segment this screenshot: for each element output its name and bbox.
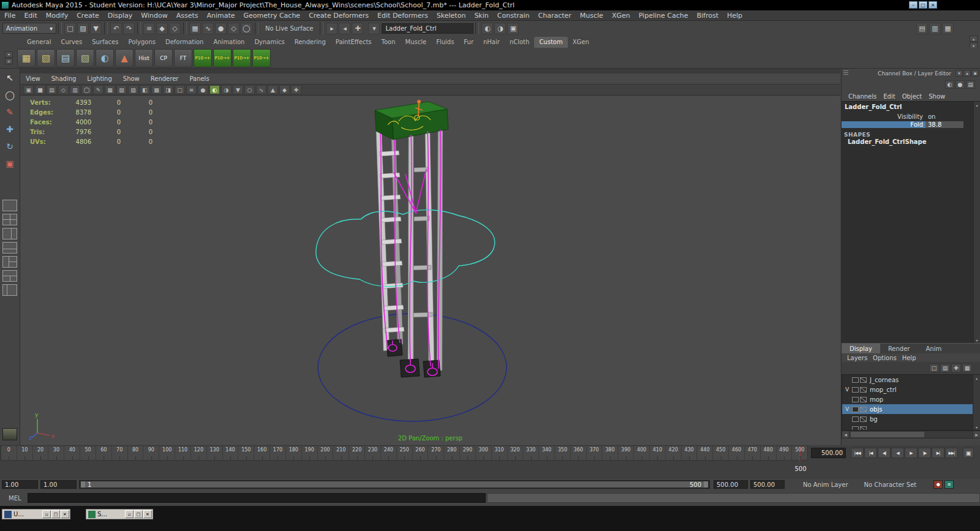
hyperbolic-icon[interactable]: ● [956,80,965,89]
close-button[interactable]: ✕ [143,510,152,518]
shelf-tab-ncloth[interactable]: nCloth [505,37,534,48]
shelf-poly-plane-icon[interactable]: ▦ [17,49,36,67]
image-plane-icon[interactable]: ▥ [70,85,80,94]
panel-drag-handle[interactable] [843,70,848,76]
auto-keyframe-button[interactable]: ● [933,480,943,489]
layer-editor-tab-anim[interactable]: Anim [918,344,949,353]
construction-history-icon[interactable]: ✚ [352,23,363,34]
shelf-scroll-up-icon[interactable]: ▴ [970,36,978,42]
menu-xgen[interactable]: XGen [608,10,635,21]
lock-camera-icon[interactable]: ■ [35,85,45,94]
select-component-icon[interactable]: ◇ [169,23,181,34]
menu-pipeline-cache[interactable]: Pipeline Cache [635,10,693,21]
shelf-tab-fur[interactable]: Fur [459,37,478,48]
shelf-ft-button[interactable]: FT [174,49,192,67]
menu-character[interactable]: Character [534,10,576,21]
layer-stack-icon[interactable]: ▤ [940,364,950,372]
scroll-down-icon[interactable]: ▾ [974,337,980,343]
layer-type-box[interactable] [852,416,859,422]
shelf-custom-script-button-2[interactable]: P10→+ [213,49,232,67]
multisample-icon[interactable]: ▲ [268,85,278,94]
selection-curve[interactable] [316,210,495,287]
layer-color-swatch[interactable] [860,426,867,431]
layer-row-bg[interactable]: bg [842,414,980,424]
menu-edit-deformers[interactable]: Edit Deformers [373,10,432,21]
menu-assets[interactable]: Assets [172,10,203,21]
layout-three-b-button[interactable] [2,270,17,282]
shelf-mesh-icon[interactable]: ▨ [76,49,94,67]
viewport-menu-renderer[interactable]: Renderer [145,75,184,82]
minimize-button[interactable]: – [909,1,918,9]
current-time-field[interactable]: 500.00 [811,448,846,458]
layer-editor-menu-layers[interactable]: Layers [847,355,867,361]
shelf-tab-animation[interactable]: Animation [208,37,249,48]
grease-pencil-icon[interactable]: ✎ [93,85,104,94]
scale-tool[interactable]: ▣ [2,156,18,171]
layer-color-swatch[interactable] [860,387,867,393]
bookmarks-icon[interactable]: ◇ [58,85,69,94]
shelf-tab-muscle[interactable]: Muscle [401,37,432,48]
gate-mask-icon[interactable]: ◧ [140,85,150,94]
shelf-cp-button[interactable]: CP [154,49,173,67]
channel-value[interactable]: on [925,113,963,120]
panel-menu-icon[interactable]: ▾ [956,70,963,77]
film-gate-icon[interactable]: ▧ [116,85,127,94]
select-hierarchy-icon[interactable]: ≡ [143,23,155,34]
shelf-tab-fluids[interactable]: Fluids [431,37,459,48]
command-line-input[interactable] [28,493,486,503]
channel-box-menu-edit[interactable]: Edit [883,93,895,100]
shelf-smooth-icon[interactable]: ◐ [96,49,114,67]
layout-single-button[interactable] [2,200,17,211]
maximize-button[interactable]: □ [134,510,143,518]
shelf-tab-deformation[interactable]: Deformation [160,37,208,48]
panel-close-icon[interactable]: ▪ [971,70,979,77]
layer-color-swatch[interactable] [860,416,867,422]
shelf-poly-cube-icon[interactable]: ▧ [37,49,55,67]
menu-help[interactable]: Help [723,10,747,21]
undo-icon[interactable]: ↶ [110,23,122,34]
scroll-up-icon[interactable]: ▴ [973,375,980,381]
field-chart-icon[interactable]: ▩ [151,85,162,94]
menu-file[interactable]: File [0,10,20,21]
channel-box-menu-object[interactable]: Object [902,93,922,100]
channel-value[interactable]: 38.8 [925,121,963,128]
redo-icon[interactable]: ↷ [123,23,135,34]
channel-box-scrollbar[interactable]: ▴ ▾ [973,102,980,343]
menu-constrain[interactable]: Constrain [493,10,534,21]
layout-outliner-button[interactable] [2,284,17,296]
shelf-custom-script-button-3[interactable]: P10→+ [233,49,251,67]
layer-type-box[interactable] [852,426,859,431]
layer-editor-menu-options[interactable]: Options [873,355,897,361]
layer-type-box[interactable] [852,387,859,393]
channel-box-menu-channels[interactable]: Channels [848,93,876,100]
restore-button[interactable]: ▫ [125,510,134,518]
layer-row-objs[interactable]: Vobjs [842,404,980,414]
layout-two-v-button[interactable] [2,228,17,239]
occlusion-icon[interactable]: ○ [244,85,255,94]
quick-select-icon[interactable]: ▾ [368,23,380,34]
motion-blur-icon[interactable]: ∿ [256,85,266,94]
resolution-gate-icon[interactable]: ▨ [128,85,138,94]
maximize-button[interactable]: □ [919,1,927,9]
step-forward-frame-button[interactable]: ▶| [932,448,944,458]
layer-color-swatch[interactable] [860,397,867,402]
save-scene-icon[interactable]: ▼ [90,23,102,34]
shelf-tab-xgen[interactable]: XGen [568,37,594,48]
layer-type-box[interactable] [852,407,859,412]
layer-type-box[interactable] [852,377,859,383]
shelf-tab-curves[interactable]: Curves [56,37,87,48]
shelf-options-menu-icon[interactable]: ≡ [5,58,13,64]
layer-editor-tab-render[interactable]: Render [880,344,918,353]
layer-color-swatch[interactable] [860,377,867,383]
tool-settings-toggle-icon[interactable]: ▥ [929,23,941,34]
menu-display[interactable]: Display [104,10,137,21]
new-empty-layer-icon[interactable]: ✚ [951,364,961,372]
shape-node-name[interactable]: Ladder_Fold_CtrlShape [842,138,980,145]
layer-list-vscrollbar[interactable]: ▴▾ [973,375,980,430]
snap-to-plane-icon[interactable]: ◇ [228,23,239,34]
shelf-tab-menu-icon[interactable]: ▾ [5,51,13,58]
shelf-tab-rendering[interactable]: Rendering [290,37,331,48]
new-layer-from-selected-icon[interactable]: ▦ [962,364,972,372]
layout-four-button[interactable] [2,214,17,225]
time-slider[interactable]: 0102030405060708090100110120130140150160… [0,445,808,461]
